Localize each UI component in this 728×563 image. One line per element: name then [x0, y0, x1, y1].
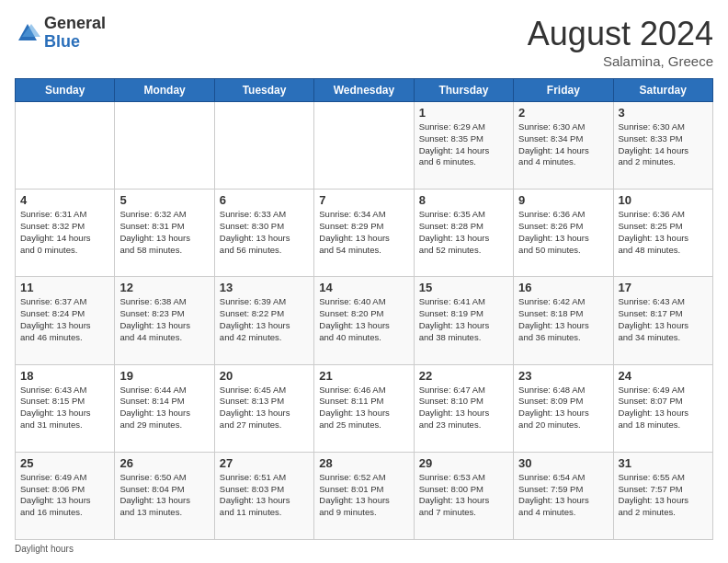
- day-number: 23: [518, 369, 608, 383]
- day-number: 22: [419, 369, 508, 383]
- calendar-cell: 18Sunrise: 6:43 AM Sunset: 8:15 PM Dayli…: [16, 364, 115, 452]
- calendar-cell: 31Sunrise: 6:55 AM Sunset: 7:57 PM Dayli…: [613, 452, 712, 539]
- calendar-cell: 16Sunrise: 6:42 AM Sunset: 8:18 PM Dayli…: [514, 277, 613, 364]
- calendar-cell: 20Sunrise: 6:45 AM Sunset: 8:13 PM Dayli…: [214, 364, 313, 452]
- calendar-cell: 21Sunrise: 6:46 AM Sunset: 8:11 PM Dayli…: [314, 364, 414, 452]
- week-row-1: 1Sunrise: 6:29 AM Sunset: 8:35 PM Daylig…: [16, 102, 713, 190]
- calendar-cell: 25Sunrise: 6:49 AM Sunset: 8:06 PM Dayli…: [16, 452, 115, 539]
- calendar-cell: 24Sunrise: 6:49 AM Sunset: 8:07 PM Dayli…: [613, 364, 712, 452]
- day-info: Sunrise: 6:41 AM Sunset: 8:19 PM Dayligh…: [419, 296, 508, 343]
- day-info: Sunrise: 6:34 AM Sunset: 8:29 PM Dayligh…: [319, 209, 408, 256]
- day-number: 14: [319, 281, 408, 294]
- day-info: Sunrise: 6:49 AM Sunset: 8:06 PM Dayligh…: [20, 472, 109, 519]
- day-info: Sunrise: 6:43 AM Sunset: 8:17 PM Dayligh…: [619, 296, 708, 343]
- calendar-cell: 5Sunrise: 6:32 AM Sunset: 8:31 PM Daylig…: [115, 190, 214, 277]
- day-info: Sunrise: 6:39 AM Sunset: 8:22 PM Dayligh…: [220, 296, 309, 343]
- day-info: Sunrise: 6:37 AM Sunset: 8:24 PM Dayligh…: [20, 296, 109, 343]
- calendar-cell: 12Sunrise: 6:38 AM Sunset: 8:23 PM Dayli…: [115, 277, 214, 364]
- weekday-header-friday: Friday: [514, 79, 613, 102]
- day-info: Sunrise: 6:52 AM Sunset: 8:01 PM Dayligh…: [319, 472, 408, 519]
- day-number: 10: [619, 193, 708, 207]
- calendar-cell: [115, 102, 214, 190]
- day-info: Sunrise: 6:29 AM Sunset: 8:35 PM Dayligh…: [419, 121, 508, 168]
- logo-text: General Blue: [44, 15, 106, 52]
- calendar-body: 1Sunrise: 6:29 AM Sunset: 8:35 PM Daylig…: [16, 102, 713, 540]
- day-info: Sunrise: 6:36 AM Sunset: 8:26 PM Dayligh…: [518, 209, 608, 256]
- location: Salamina, Greece: [528, 53, 713, 69]
- day-info: Sunrise: 6:40 AM Sunset: 8:20 PM Dayligh…: [319, 296, 408, 343]
- day-number: 17: [619, 281, 708, 294]
- calendar-cell: 29Sunrise: 6:53 AM Sunset: 8:00 PM Dayli…: [414, 452, 513, 539]
- day-info: Sunrise: 6:30 AM Sunset: 8:33 PM Dayligh…: [619, 121, 708, 168]
- weekday-header-saturday: Saturday: [613, 79, 712, 102]
- weekday-header-monday: Monday: [115, 79, 214, 102]
- calendar-cell: 23Sunrise: 6:48 AM Sunset: 8:09 PM Dayli…: [514, 364, 613, 452]
- day-info: Sunrise: 6:51 AM Sunset: 8:03 PM Dayligh…: [220, 472, 309, 519]
- day-info: Sunrise: 6:31 AM Sunset: 8:32 PM Dayligh…: [20, 209, 109, 256]
- day-number: 9: [518, 193, 608, 207]
- day-number: 13: [220, 281, 309, 294]
- day-number: 21: [319, 369, 408, 383]
- calendar-cell: 19Sunrise: 6:44 AM Sunset: 8:14 PM Dayli…: [115, 364, 214, 452]
- weekday-header-wednesday: Wednesday: [314, 79, 414, 102]
- calendar-cell: 30Sunrise: 6:54 AM Sunset: 7:59 PM Dayli…: [514, 452, 613, 539]
- day-info: Sunrise: 6:53 AM Sunset: 8:00 PM Dayligh…: [419, 472, 508, 519]
- day-info: Sunrise: 6:30 AM Sunset: 8:34 PM Dayligh…: [518, 121, 608, 168]
- calendar-cell: 17Sunrise: 6:43 AM Sunset: 8:17 PM Dayli…: [613, 277, 712, 364]
- week-row-5: 25Sunrise: 6:49 AM Sunset: 8:06 PM Dayli…: [16, 452, 713, 539]
- calendar-cell: 10Sunrise: 6:36 AM Sunset: 8:25 PM Dayli…: [613, 190, 712, 277]
- week-row-3: 11Sunrise: 6:37 AM Sunset: 8:24 PM Dayli…: [16, 277, 713, 364]
- logo-general-text: General: [44, 15, 106, 33]
- title-block: August 2024 Salamina, Greece: [528, 15, 713, 69]
- calendar-cell: 13Sunrise: 6:39 AM Sunset: 8:22 PM Dayli…: [214, 277, 313, 364]
- daylight-label: Daylight hours: [15, 544, 74, 554]
- day-info: Sunrise: 6:36 AM Sunset: 8:25 PM Dayligh…: [619, 209, 708, 256]
- day-info: Sunrise: 6:32 AM Sunset: 8:31 PM Dayligh…: [119, 209, 209, 256]
- day-info: Sunrise: 6:54 AM Sunset: 7:59 PM Dayligh…: [518, 472, 608, 519]
- calendar-cell: [314, 102, 414, 190]
- calendar: SundayMondayTuesdayWednesdayThursdayFrid…: [15, 78, 713, 540]
- logo: General Blue: [15, 15, 106, 52]
- day-number: 12: [119, 281, 209, 294]
- calendar-cell: 9Sunrise: 6:36 AM Sunset: 8:26 PM Daylig…: [514, 190, 613, 277]
- day-number: 18: [20, 369, 109, 383]
- weekday-header-tuesday: Tuesday: [214, 79, 313, 102]
- calendar-cell: 6Sunrise: 6:33 AM Sunset: 8:30 PM Daylig…: [214, 190, 313, 277]
- calendar-cell: 22Sunrise: 6:47 AM Sunset: 8:10 PM Dayli…: [414, 364, 513, 452]
- day-info: Sunrise: 6:35 AM Sunset: 8:28 PM Dayligh…: [419, 209, 508, 256]
- calendar-cell: [16, 102, 115, 190]
- day-number: 3: [619, 106, 708, 120]
- day-info: Sunrise: 6:45 AM Sunset: 8:13 PM Dayligh…: [220, 385, 309, 431]
- day-number: 31: [619, 456, 708, 470]
- day-number: 24: [619, 369, 708, 383]
- day-info: Sunrise: 6:44 AM Sunset: 8:14 PM Dayligh…: [119, 385, 209, 431]
- day-number: 19: [119, 369, 209, 383]
- calendar-cell: 15Sunrise: 6:41 AM Sunset: 8:19 PM Dayli…: [414, 277, 513, 364]
- day-number: 25: [20, 456, 109, 470]
- day-number: 26: [119, 456, 209, 470]
- day-info: Sunrise: 6:42 AM Sunset: 8:18 PM Dayligh…: [518, 296, 608, 343]
- day-number: 27: [220, 456, 309, 470]
- calendar-cell: 27Sunrise: 6:51 AM Sunset: 8:03 PM Dayli…: [214, 452, 313, 539]
- day-number: 16: [518, 281, 608, 294]
- day-info: Sunrise: 6:55 AM Sunset: 7:57 PM Dayligh…: [619, 472, 708, 519]
- day-info: Sunrise: 6:43 AM Sunset: 8:15 PM Dayligh…: [20, 385, 109, 431]
- day-info: Sunrise: 6:48 AM Sunset: 8:09 PM Dayligh…: [518, 385, 608, 431]
- calendar-cell: 11Sunrise: 6:37 AM Sunset: 8:24 PM Dayli…: [16, 277, 115, 364]
- day-info: Sunrise: 6:49 AM Sunset: 8:07 PM Dayligh…: [619, 385, 708, 431]
- weekday-row: SundayMondayTuesdayWednesdayThursdayFrid…: [16, 79, 713, 102]
- header: General Blue August 2024 Salamina, Greec…: [15, 15, 713, 69]
- day-number: 30: [518, 456, 608, 470]
- footer-note: Daylight hours: [15, 544, 713, 554]
- day-number: 29: [419, 456, 508, 470]
- day-number: 20: [220, 369, 309, 383]
- day-number: 5: [119, 193, 209, 207]
- day-number: 28: [319, 456, 408, 470]
- weekday-header-sunday: Sunday: [16, 79, 115, 102]
- calendar-cell: 1Sunrise: 6:29 AM Sunset: 8:35 PM Daylig…: [414, 102, 513, 190]
- day-number: 6: [220, 193, 309, 207]
- calendar-cell: 2Sunrise: 6:30 AM Sunset: 8:34 PM Daylig…: [514, 102, 613, 190]
- day-number: 15: [419, 281, 508, 294]
- calendar-cell: 4Sunrise: 6:31 AM Sunset: 8:32 PM Daylig…: [16, 190, 115, 277]
- page: General Blue August 2024 Salamina, Greec…: [0, 0, 728, 563]
